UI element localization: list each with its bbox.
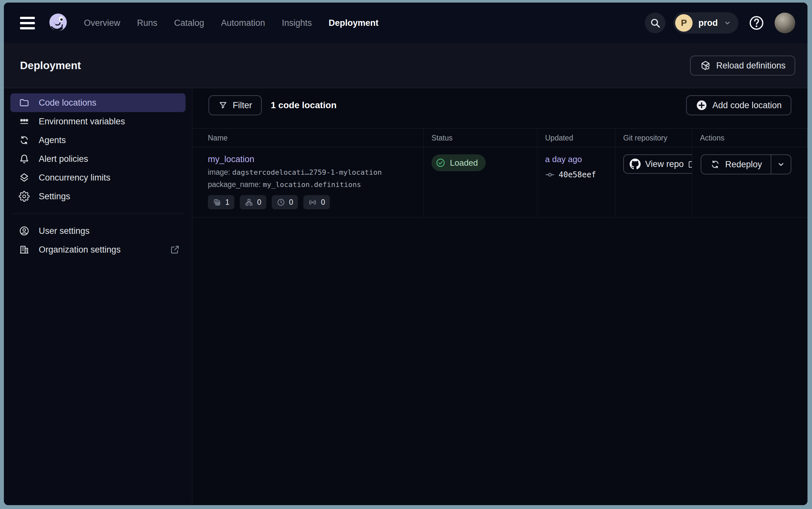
check-circle-icon (435, 158, 446, 168)
sidebar-item-alert-policies[interactable]: Alert policies (10, 149, 186, 168)
redeploy-menu-button[interactable] (771, 155, 791, 174)
code-locations-table: Name Status Updated Git repository Actio… (192, 128, 808, 217)
redeploy-label: Redeploy (725, 160, 762, 170)
table-row-name-cell: my_location image: dagstercodelocati…275… (192, 147, 424, 217)
sidebar-item-label: Settings (39, 192, 70, 202)
image-label: image: (208, 168, 230, 176)
sensor-icon (308, 198, 317, 207)
column-header-updated: Updated (538, 129, 616, 147)
nav-item-deployment[interactable]: Deployment (329, 18, 378, 28)
sensors-count-pill[interactable]: 0 (303, 195, 330, 209)
view-repo-button[interactable]: View repo (623, 155, 692, 174)
code-location-count: 1 code location (271, 100, 337, 110)
nav-item-insights[interactable]: Insights (282, 18, 312, 28)
table-row-updated-cell: a day ago 40e58eef (538, 147, 616, 217)
environment-avatar: P (675, 14, 693, 32)
sidebar-item-label: Environment variables (39, 116, 125, 127)
user-avatar[interactable] (775, 12, 795, 33)
external-link-icon (688, 160, 692, 169)
code-location-link[interactable]: my_location (208, 155, 254, 164)
clock-icon (276, 198, 285, 207)
column-header-status: Status (424, 129, 538, 147)
sidebar-item-label: User settings (39, 226, 90, 236)
table-row-actions-cell: Redeploy (692, 147, 808, 217)
environment-name: prod (698, 18, 718, 28)
chevron-down-icon (724, 19, 731, 27)
sidebar-item-environment-variables[interactable]: Environment variables (10, 112, 186, 131)
table-row-git-repository-cell: View repo (616, 147, 692, 217)
redeploy-sync-icon (710, 159, 721, 170)
sidebar-item-code-locations[interactable]: Code locations (10, 93, 186, 112)
redeploy-split-button: Redeploy (701, 155, 791, 174)
view-repo-label: View repo (645, 159, 684, 169)
sidebar-item-agents[interactable]: Agents (10, 131, 186, 149)
sidebar-item-settings[interactable]: Settings (10, 187, 186, 206)
menu-icon[interactable] (20, 17, 35, 29)
image-value: dagstercodelocati…2759-1-mylocation (232, 168, 382, 176)
github-icon (630, 159, 641, 170)
nav-item-automation[interactable]: Automation (221, 18, 265, 28)
reload-definitions-button[interactable]: Reload definitions (690, 56, 795, 75)
jobs-count: 0 (257, 198, 261, 207)
schedules-count-pill[interactable]: 0 (272, 195, 298, 209)
reload-definitions-label: Reload definitions (716, 61, 785, 71)
schedules-count: 0 (289, 198, 293, 207)
git-commit-icon (545, 170, 555, 179)
help-icon (748, 14, 765, 32)
assets-count: 1 (225, 198, 229, 207)
sidebar-item-label: Agents (39, 135, 66, 145)
primary-nav: Overview Runs Catalog Automation Insight… (84, 18, 378, 28)
page-header: Deployment Reload definitions (4, 43, 808, 88)
status-badge: Loaded (432, 155, 486, 171)
sync-icon (19, 135, 30, 146)
top-nav: Overview Runs Catalog Automation Insight… (4, 3, 808, 43)
jobs-count-pill[interactable]: 0 (240, 195, 266, 209)
building-icon (19, 244, 30, 255)
package-meta: package_name: my_location.definitions (208, 180, 416, 189)
commit-hash[interactable]: 40e58eef (559, 170, 596, 179)
commit-line: 40e58eef (545, 170, 607, 179)
sidebar-item-label: Concurrency limits (39, 173, 110, 183)
user-circle-icon (19, 226, 30, 236)
nav-item-overview[interactable]: Overview (84, 18, 120, 28)
filter-icon (218, 100, 228, 110)
definition-count-pills: 1 0 (208, 195, 416, 209)
sensors-count: 0 (321, 198, 325, 207)
sidebar-item-label: Code locations (39, 98, 97, 108)
layers-icon (19, 172, 30, 183)
search-icon (650, 18, 661, 28)
folder-icon (19, 97, 30, 108)
help-button[interactable] (746, 12, 767, 33)
main-content: Filter 1 code location Add code location… (192, 88, 808, 505)
bell-icon (19, 154, 30, 164)
updated-link[interactable]: a day ago (545, 155, 582, 164)
sidebar-item-label: Alert policies (39, 154, 88, 164)
app-window: Overview Runs Catalog Automation Insight… (4, 3, 808, 505)
image-meta: image: dagstercodelocati…2759-1-mylocati… (208, 168, 416, 177)
table-row-status-cell: Loaded (424, 147, 538, 217)
toolbar: Filter 1 code location Add code location (209, 95, 791, 115)
reload-definitions-icon (700, 60, 711, 71)
nav-right-group: P prod (645, 12, 795, 34)
external-link-icon (170, 245, 180, 254)
plus-circle-icon (696, 99, 707, 111)
redeploy-button[interactable]: Redeploy (701, 155, 771, 174)
add-code-location-label: Add code location (712, 100, 782, 110)
jobs-icon (245, 198, 253, 207)
filter-button[interactable]: Filter (209, 95, 262, 115)
nav-item-catalog[interactable]: Catalog (174, 18, 204, 28)
add-code-location-button[interactable]: Add code location (686, 95, 791, 115)
assets-icon (213, 198, 221, 207)
package-label: package_name: (208, 180, 261, 189)
env-vars-icon (19, 116, 30, 127)
sidebar-item-organization-settings[interactable]: Organization settings (10, 240, 186, 259)
nav-item-runs[interactable]: Runs (137, 18, 157, 28)
search-button[interactable] (645, 12, 665, 33)
sidebar-item-concurrency-limits[interactable]: Concurrency limits (10, 168, 186, 187)
assets-count-pill[interactable]: 1 (208, 195, 234, 209)
gear-icon (19, 191, 30, 202)
dagster-logo-icon[interactable] (47, 12, 69, 34)
sidebar-item-user-settings[interactable]: User settings (10, 222, 186, 240)
environment-switcher[interactable]: P prod (673, 12, 738, 34)
column-header-git-repository: Git repository (616, 129, 692, 147)
